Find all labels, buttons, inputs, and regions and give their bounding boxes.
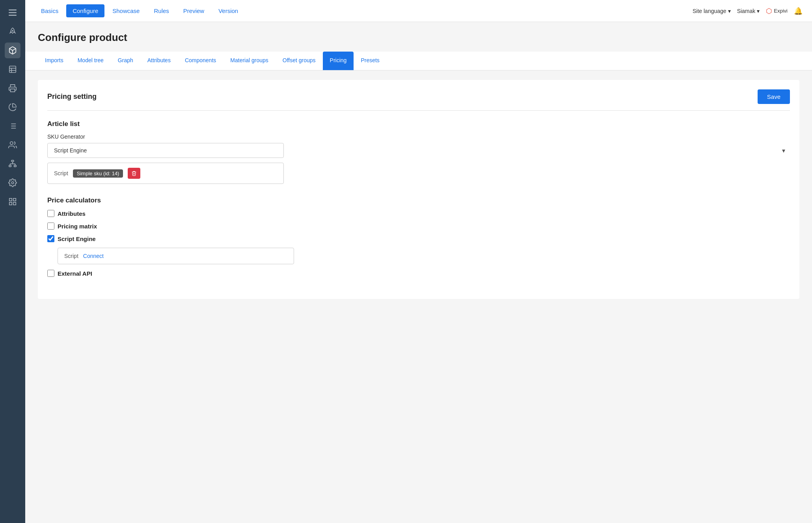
connect-script-label: Script <box>64 253 78 259</box>
pricing-setting-panel: Pricing setting Save Article list SKU Ge… <box>38 80 799 299</box>
users-icon[interactable] <box>5 137 20 153</box>
subtab-model-tree[interactable]: Model tree <box>71 52 111 70</box>
subtab-components[interactable]: Components <box>178 52 223 70</box>
notification-bell[interactable]: 🔔 <box>794 7 803 15</box>
site-language-label: Site language <box>693 8 726 14</box>
sku-generator-select[interactable]: Script Engine <box>47 143 284 158</box>
save-button[interactable]: Save <box>758 89 790 104</box>
topnav-tabs: Basics Configure Showcase Rules Preview … <box>35 4 693 17</box>
attributes-label: Attributes <box>58 210 86 217</box>
tab-preview[interactable]: Preview <box>177 4 210 17</box>
brand-icon: ⬡ <box>766 7 772 15</box>
delete-script-button[interactable] <box>128 168 140 179</box>
svg-rect-25 <box>9 198 12 201</box>
script-tag: Simple sku (id: 14) <box>73 169 123 178</box>
script-engine-checkbox-row: Script Engine <box>47 235 790 242</box>
svg-rect-17 <box>11 160 14 162</box>
user-menu[interactable]: Siamak ▾ <box>737 8 760 14</box>
external-api-checkbox[interactable] <box>47 270 54 277</box>
pricing-matrix-label: Pricing matrix <box>58 223 97 230</box>
hamburger-icon[interactable] <box>5 5 20 20</box>
connect-row: Script Connect <box>58 248 294 264</box>
svg-rect-5 <box>9 66 16 73</box>
subtab-presets[interactable]: Presets <box>354 52 386 70</box>
price-calculators-section: Price calculators Attributes Pricing mat… <box>47 197 790 277</box>
subtab-pricing[interactable]: Pricing <box>323 52 354 70</box>
subtabs: Imports Model tree Graph Attributes Comp… <box>25 52 812 70</box>
tab-configure[interactable]: Configure <box>66 4 104 17</box>
subtab-material-groups[interactable]: Material groups <box>223 52 276 70</box>
tab-basics[interactable]: Basics <box>35 4 65 17</box>
chevron-down-icon-user: ▾ <box>757 8 760 14</box>
script-engine-checkbox[interactable] <box>47 235 54 242</box>
topnav-right: Site language ▾ Siamak ▾ ⬡ Expivi 🔔 <box>693 7 803 15</box>
rocket-icon[interactable] <box>5 24 20 39</box>
sidebar <box>0 0 25 523</box>
user-label: Siamak <box>737 8 756 14</box>
article-list-section: Article list SKU Generator Script Engine… <box>47 120 790 184</box>
connect-link[interactable]: Connect <box>83 253 104 259</box>
settings-icon[interactable] <box>5 175 20 191</box>
script-label: Script <box>54 170 68 176</box>
chart-icon[interactable] <box>5 99 20 115</box>
svg-rect-19 <box>14 165 16 167</box>
svg-rect-1 <box>9 12 17 13</box>
svg-point-3 <box>12 30 13 32</box>
tab-showcase[interactable]: Showcase <box>106 4 146 17</box>
sku-generator-wrapper: Script Engine ▾ <box>47 143 790 158</box>
svg-rect-0 <box>9 9 17 11</box>
script-row: Script Simple sku (id: 14) <box>47 163 284 184</box>
content-header: Pricing setting Save <box>47 89 790 111</box>
page-content: Configure product Imports Model tree Gra… <box>25 22 812 523</box>
svg-rect-2 <box>9 15 17 16</box>
external-api-label: External API <box>58 270 92 277</box>
page-title: Configure product <box>38 32 799 44</box>
site-language-dropdown[interactable]: Site language ▾ <box>693 8 731 14</box>
svg-rect-27 <box>9 202 12 205</box>
subtab-imports[interactable]: Imports <box>38 52 71 70</box>
svg-rect-18 <box>9 165 11 167</box>
grid-icon[interactable] <box>5 194 20 210</box>
table-icon[interactable] <box>5 61 20 77</box>
svg-point-24 <box>11 182 14 184</box>
svg-point-16 <box>10 142 13 145</box>
attributes-checkbox[interactable] <box>47 210 54 217</box>
svg-rect-28 <box>13 202 16 205</box>
pricing-setting-title: Pricing setting <box>47 93 97 101</box>
external-api-checkbox-row: External API <box>47 270 790 277</box>
cube-icon[interactable] <box>5 43 20 58</box>
select-arrow-icon: ▾ <box>782 147 785 154</box>
attributes-checkbox-row: Attributes <box>47 210 790 217</box>
printer-icon[interactable] <box>5 80 20 96</box>
list-icon[interactable] <box>5 118 20 134</box>
chevron-down-icon: ▾ <box>728 8 731 14</box>
svg-rect-26 <box>13 198 16 201</box>
tab-rules[interactable]: Rules <box>147 4 175 17</box>
sku-generator-label: SKU Generator <box>47 134 790 140</box>
main-area: Basics Configure Showcase Rules Preview … <box>25 0 812 523</box>
pricing-matrix-checkbox-row: Pricing matrix <box>47 223 790 230</box>
brand-logo: ⬡ Expivi <box>766 7 788 15</box>
subtab-graph[interactable]: Graph <box>111 52 140 70</box>
org-icon[interactable] <box>5 156 20 172</box>
topnav: Basics Configure Showcase Rules Preview … <box>25 0 812 22</box>
svg-rect-9 <box>11 89 15 92</box>
price-calculators-title: Price calculators <box>47 197 790 204</box>
tab-version[interactable]: Version <box>212 4 244 17</box>
article-list-title: Article list <box>47 120 790 128</box>
subtab-offset-groups[interactable]: Offset groups <box>276 52 323 70</box>
pricing-matrix-checkbox[interactable] <box>47 223 54 230</box>
script-engine-label: Script Engine <box>58 236 96 242</box>
brand-label: Expivi <box>774 8 788 14</box>
subtab-attributes[interactable]: Attributes <box>140 52 178 70</box>
